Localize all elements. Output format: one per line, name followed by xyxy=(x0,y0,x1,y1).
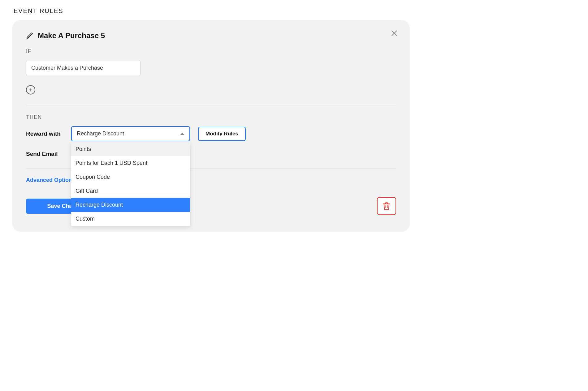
reward-option[interactable]: Custom xyxy=(71,212,190,226)
reward-option[interactable]: Points xyxy=(71,142,190,156)
send-email-label: Send Email xyxy=(26,151,58,157)
add-condition-button[interactable] xyxy=(26,85,35,94)
caret-up-icon xyxy=(180,133,184,135)
divider xyxy=(26,106,396,106)
reward-select[interactable]: Recharge Discount xyxy=(71,126,190,141)
reward-option[interactable]: Points for Each 1 USD Spent xyxy=(71,156,190,170)
reward-option[interactable]: Gift Card xyxy=(71,184,190,198)
reward-with-label: Reward with xyxy=(26,130,63,137)
if-label: IF xyxy=(26,48,396,55)
then-label: THEN xyxy=(26,114,396,121)
condition-select[interactable]: Customer Makes a Purchase xyxy=(26,60,141,76)
rule-title: Make A Purchase 5 xyxy=(38,31,105,40)
rule-card: Make A Purchase 5 IF Customer Makes a Pu… xyxy=(12,20,410,232)
delete-button[interactable] xyxy=(377,197,396,215)
reward-select-value: Recharge Discount xyxy=(77,130,124,137)
pencil-icon[interactable] xyxy=(26,32,33,39)
close-icon[interactable] xyxy=(390,29,399,37)
modify-rules-button[interactable]: Modify Rules xyxy=(198,127,246,141)
section-heading: EVENT RULES xyxy=(14,7,576,15)
reward-option[interactable]: Coupon Code xyxy=(71,170,190,184)
reward-dropdown: PointsPoints for Each 1 USD SpentCoupon … xyxy=(71,142,190,226)
reward-option[interactable]: Recharge Discount xyxy=(71,198,190,212)
